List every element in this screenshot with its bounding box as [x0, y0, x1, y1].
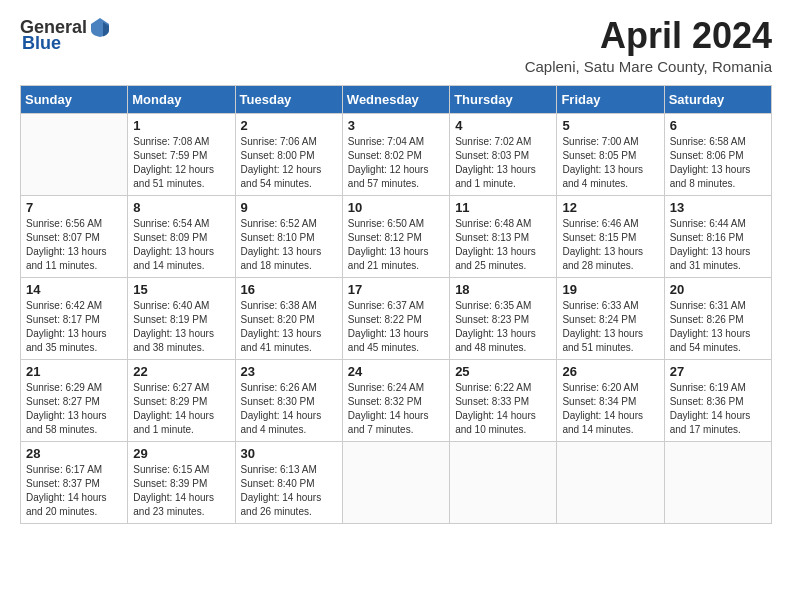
daylight-text: Daylight: 14 hours and 1 minute. — [133, 409, 229, 437]
daylight-text: Daylight: 13 hours and 4 minutes. — [562, 163, 658, 191]
day-info: Sunrise: 7:06 AMSunset: 8:00 PMDaylight:… — [241, 135, 337, 191]
day-number: 24 — [348, 364, 444, 379]
sunrise-text: Sunrise: 6:56 AM — [26, 217, 122, 231]
day-number: 26 — [562, 364, 658, 379]
day-info: Sunrise: 6:26 AMSunset: 8:30 PMDaylight:… — [241, 381, 337, 437]
header: General Blue April 2024 Capleni, Satu Ma… — [20, 16, 772, 75]
day-cell: 9Sunrise: 6:52 AMSunset: 8:10 PMDaylight… — [235, 195, 342, 277]
day-number: 22 — [133, 364, 229, 379]
day-cell: 15Sunrise: 6:40 AMSunset: 8:19 PMDayligh… — [128, 277, 235, 359]
day-info: Sunrise: 6:50 AMSunset: 8:12 PMDaylight:… — [348, 217, 444, 273]
day-number: 14 — [26, 282, 122, 297]
day-info: Sunrise: 7:00 AMSunset: 8:05 PMDaylight:… — [562, 135, 658, 191]
sunset-text: Sunset: 8:00 PM — [241, 149, 337, 163]
sunset-text: Sunset: 8:36 PM — [670, 395, 766, 409]
day-cell: 5Sunrise: 7:00 AMSunset: 8:05 PMDaylight… — [557, 113, 664, 195]
day-info: Sunrise: 6:27 AMSunset: 8:29 PMDaylight:… — [133, 381, 229, 437]
day-info: Sunrise: 6:22 AMSunset: 8:33 PMDaylight:… — [455, 381, 551, 437]
sunrise-text: Sunrise: 6:13 AM — [241, 463, 337, 477]
logo-blue-text: Blue — [22, 34, 61, 52]
day-number: 23 — [241, 364, 337, 379]
sunrise-text: Sunrise: 6:20 AM — [562, 381, 658, 395]
sunset-text: Sunset: 8:06 PM — [670, 149, 766, 163]
daylight-text: Daylight: 12 hours and 57 minutes. — [348, 163, 444, 191]
daylight-text: Daylight: 13 hours and 31 minutes. — [670, 245, 766, 273]
week-row-2: 7Sunrise: 6:56 AMSunset: 8:07 PMDaylight… — [21, 195, 772, 277]
day-number: 30 — [241, 446, 337, 461]
daylight-text: Daylight: 13 hours and 18 minutes. — [241, 245, 337, 273]
day-cell: 16Sunrise: 6:38 AMSunset: 8:20 PMDayligh… — [235, 277, 342, 359]
sunset-text: Sunset: 8:24 PM — [562, 313, 658, 327]
location-title: Capleni, Satu Mare County, Romania — [525, 58, 772, 75]
day-cell: 26Sunrise: 6:20 AMSunset: 8:34 PMDayligh… — [557, 359, 664, 441]
week-row-3: 14Sunrise: 6:42 AMSunset: 8:17 PMDayligh… — [21, 277, 772, 359]
sunset-text: Sunset: 8:16 PM — [670, 231, 766, 245]
day-info: Sunrise: 6:35 AMSunset: 8:23 PMDaylight:… — [455, 299, 551, 355]
week-row-4: 21Sunrise: 6:29 AMSunset: 8:27 PMDayligh… — [21, 359, 772, 441]
daylight-text: Daylight: 13 hours and 51 minutes. — [562, 327, 658, 355]
sunrise-text: Sunrise: 6:35 AM — [455, 299, 551, 313]
month-title: April 2024 — [525, 16, 772, 56]
day-cell: 4Sunrise: 7:02 AMSunset: 8:03 PMDaylight… — [450, 113, 557, 195]
day-info: Sunrise: 6:46 AMSunset: 8:15 PMDaylight:… — [562, 217, 658, 273]
sunrise-text: Sunrise: 7:04 AM — [348, 135, 444, 149]
day-info: Sunrise: 7:02 AMSunset: 8:03 PMDaylight:… — [455, 135, 551, 191]
sunrise-text: Sunrise: 6:48 AM — [455, 217, 551, 231]
day-cell: 8Sunrise: 6:54 AMSunset: 8:09 PMDaylight… — [128, 195, 235, 277]
sunrise-text: Sunrise: 6:52 AM — [241, 217, 337, 231]
day-cell: 23Sunrise: 6:26 AMSunset: 8:30 PMDayligh… — [235, 359, 342, 441]
sunset-text: Sunset: 8:15 PM — [562, 231, 658, 245]
logo: General Blue — [20, 16, 111, 52]
sunset-text: Sunset: 8:40 PM — [241, 477, 337, 491]
day-cell: 27Sunrise: 6:19 AMSunset: 8:36 PMDayligh… — [664, 359, 771, 441]
day-cell: 12Sunrise: 6:46 AMSunset: 8:15 PMDayligh… — [557, 195, 664, 277]
daylight-text: Daylight: 14 hours and 23 minutes. — [133, 491, 229, 519]
day-cell: 21Sunrise: 6:29 AMSunset: 8:27 PMDayligh… — [21, 359, 128, 441]
day-cell: 22Sunrise: 6:27 AMSunset: 8:29 PMDayligh… — [128, 359, 235, 441]
sunset-text: Sunset: 8:13 PM — [455, 231, 551, 245]
logo-icon — [89, 16, 111, 38]
sunset-text: Sunset: 8:17 PM — [26, 313, 122, 327]
sunset-text: Sunset: 8:09 PM — [133, 231, 229, 245]
title-area: April 2024 Capleni, Satu Mare County, Ro… — [525, 16, 772, 75]
day-info: Sunrise: 6:40 AMSunset: 8:19 PMDaylight:… — [133, 299, 229, 355]
day-header-thursday: Thursday — [450, 85, 557, 113]
sunset-text: Sunset: 8:23 PM — [455, 313, 551, 327]
day-header-friday: Friday — [557, 85, 664, 113]
day-number: 19 — [562, 282, 658, 297]
day-info: Sunrise: 6:42 AMSunset: 8:17 PMDaylight:… — [26, 299, 122, 355]
daylight-text: Daylight: 14 hours and 20 minutes. — [26, 491, 122, 519]
daylight-text: Daylight: 14 hours and 4 minutes. — [241, 409, 337, 437]
sunrise-text: Sunrise: 6:22 AM — [455, 381, 551, 395]
sunrise-text: Sunrise: 6:44 AM — [670, 217, 766, 231]
sunrise-text: Sunrise: 7:00 AM — [562, 135, 658, 149]
daylight-text: Daylight: 13 hours and 28 minutes. — [562, 245, 658, 273]
day-number: 28 — [26, 446, 122, 461]
day-cell: 14Sunrise: 6:42 AMSunset: 8:17 PMDayligh… — [21, 277, 128, 359]
sunrise-text: Sunrise: 6:17 AM — [26, 463, 122, 477]
daylight-text: Daylight: 12 hours and 51 minutes. — [133, 163, 229, 191]
day-number: 2 — [241, 118, 337, 133]
day-number: 17 — [348, 282, 444, 297]
sunset-text: Sunset: 8:05 PM — [562, 149, 658, 163]
week-row-5: 28Sunrise: 6:17 AMSunset: 8:37 PMDayligh… — [21, 441, 772, 523]
sunset-text: Sunset: 8:34 PM — [562, 395, 658, 409]
sunrise-text: Sunrise: 6:19 AM — [670, 381, 766, 395]
daylight-text: Daylight: 14 hours and 14 minutes. — [562, 409, 658, 437]
day-number: 8 — [133, 200, 229, 215]
sunrise-text: Sunrise: 6:15 AM — [133, 463, 229, 477]
day-cell — [450, 441, 557, 523]
sunset-text: Sunset: 8:32 PM — [348, 395, 444, 409]
sunrise-text: Sunrise: 7:08 AM — [133, 135, 229, 149]
sunrise-text: Sunrise: 6:38 AM — [241, 299, 337, 313]
daylight-text: Daylight: 14 hours and 10 minutes. — [455, 409, 551, 437]
day-cell: 20Sunrise: 6:31 AMSunset: 8:26 PMDayligh… — [664, 277, 771, 359]
day-number: 29 — [133, 446, 229, 461]
day-number: 21 — [26, 364, 122, 379]
day-info: Sunrise: 7:04 AMSunset: 8:02 PMDaylight:… — [348, 135, 444, 191]
day-number: 6 — [670, 118, 766, 133]
day-info: Sunrise: 6:44 AMSunset: 8:16 PMDaylight:… — [670, 217, 766, 273]
day-info: Sunrise: 6:31 AMSunset: 8:26 PMDaylight:… — [670, 299, 766, 355]
day-number: 16 — [241, 282, 337, 297]
day-info: Sunrise: 6:13 AMSunset: 8:40 PMDaylight:… — [241, 463, 337, 519]
